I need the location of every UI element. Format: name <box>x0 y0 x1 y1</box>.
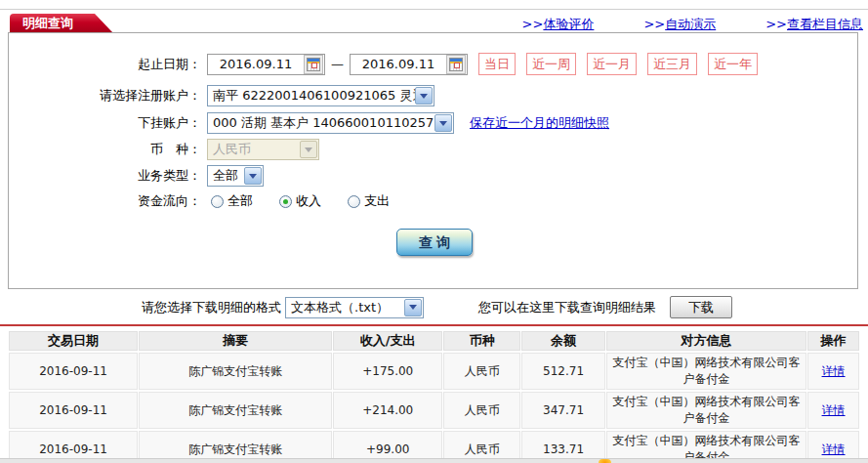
radio-unchecked-icon <box>348 195 360 208</box>
link-view-column-info[interactable]: >>查看栏目信息 <box>765 16 863 33</box>
col-header-amount: 收入/支出 <box>333 331 442 351</box>
date-range-row: 起止日期： 2016.09.11 — 2016.09.11 当日 近一周 近一月… <box>9 53 758 75</box>
currency-label: 币 种： <box>9 141 201 158</box>
col-header-action: 操作 <box>807 331 859 351</box>
col-header-summary: 摘要 <box>139 331 332 351</box>
flow-option-income[interactable]: 收入 <box>279 192 321 210</box>
calendar-icon <box>307 58 320 71</box>
register-account-row: 请选择注册账户： 南平 6222001406100921065 灵通卡 <box>9 85 434 106</box>
currency-value: 人民币 <box>208 141 300 158</box>
flow-option-label: 收入 <box>296 192 321 210</box>
save-snapshot-link[interactable]: 保存近一个月的明细快照 <box>470 114 609 132</box>
table-row: 2016-09-11 陈广锦支付宝转账 +175.00 人民币 512.71 支… <box>9 353 859 390</box>
detail-link[interactable]: 详情 <box>822 403 846 417</box>
calendar-icon <box>449 58 463 71</box>
flow-option-label: 支出 <box>364 192 390 210</box>
cell-balance: 512.71 <box>521 353 604 390</box>
top-links: >>体验评价 >>自动演示 >>查看栏目信息 <box>522 16 863 33</box>
link-label: 自动演示 <box>665 17 716 31</box>
date-range-label: 起止日期： <box>9 56 201 73</box>
register-account-label: 请选择注册账户： <box>9 87 201 105</box>
chevron-down-icon <box>244 167 262 185</box>
radio-unchecked-icon <box>211 195 224 208</box>
date-to-calendar-button[interactable] <box>446 55 466 74</box>
date-from-input[interactable]: 2016.09.11 <box>207 54 325 75</box>
link-label: 查看栏目信息 <box>787 17 863 31</box>
business-type-label: 业务类型： <box>9 167 201 185</box>
register-account-select[interactable]: 南平 6222001406100921065 灵通卡 <box>207 85 434 106</box>
download-row: 请您选择下载明细的格式 文本格式（.txt） 您可以在这里下载查询明细结果 下载 <box>142 296 732 318</box>
flow-option-expense[interactable]: 支出 <box>348 192 390 210</box>
tip-icon <box>599 459 611 463</box>
col-header-counterparty: 对方信息 <box>606 331 806 351</box>
currency-select: 人民币 <box>207 139 319 160</box>
fund-flow-row: 资金流向： 全部 收入 支出 <box>9 192 390 210</box>
detail-link[interactable]: 详情 <box>822 364 846 378</box>
cell-counterparty: 支付宝（中国）网络技术有限公司客户备付金 <box>606 392 806 429</box>
sub-account-label: 下挂账户： <box>9 114 201 132</box>
chevron-down-icon <box>434 114 452 132</box>
link-label: 体验评价 <box>543 17 594 31</box>
cell-date: 2016-09-11 <box>9 353 138 390</box>
col-header-date: 交易日期 <box>9 331 138 351</box>
cell-amount: +214.00 <box>333 392 442 429</box>
register-account-value: 南平 6222001406100921065 灵通卡 <box>208 87 415 105</box>
cell-summary: 陈广锦支付宝转账 <box>139 353 332 390</box>
fund-flow-label: 资金流向： <box>9 192 201 210</box>
date-from-value: 2016.09.11 <box>208 57 304 71</box>
link-prefix: >> <box>522 17 544 31</box>
link-auto-demo[interactable]: >>自动演示 <box>643 16 716 33</box>
download-format-label: 请您选择下载明细的格式 <box>142 299 281 316</box>
sub-account-value: 000 活期 基本户 1406600101102571848 <box>208 114 434 132</box>
cell-balance: 347.71 <box>521 392 604 429</box>
top-divider <box>0 9 868 10</box>
quick-range-3months-button[interactable]: 近三月 <box>647 53 697 75</box>
col-header-balance: 余额 <box>521 331 604 351</box>
date-from-calendar-button[interactable] <box>304 55 323 74</box>
link-prefix: >> <box>643 17 665 31</box>
business-type-select[interactable]: 全部 <box>207 165 264 187</box>
detail-query-page: 明细查询 >>体验评价 >>自动演示 >>查看栏目信息 起止日期： 2016.0… <box>0 0 868 463</box>
quick-range-today-button[interactable]: 当日 <box>478 53 516 75</box>
query-form-panel: 起止日期： 2016.09.11 — 2016.09.11 当日 近一周 近一月… <box>8 32 858 289</box>
sub-account-row: 下挂账户： 000 活期 基本户 1406600101102571848 保存近… <box>9 112 609 134</box>
cell-currency: 人民币 <box>443 353 520 390</box>
download-button[interactable]: 下载 <box>670 296 732 318</box>
cell-counterparty: 支付宝（中国）网络技术有限公司客户备付金 <box>606 353 806 390</box>
section-divider <box>0 324 868 326</box>
table-row: 2016-09-11 陈广锦支付宝转账 +214.00 人民币 347.71 支… <box>9 392 859 429</box>
business-type-row: 业务类型： 全部 <box>9 165 264 187</box>
bottom-section-edge <box>0 458 868 463</box>
quick-range-year-button[interactable]: 近一年 <box>708 53 758 75</box>
date-separator: — <box>331 57 344 71</box>
cell-amount: +175.00 <box>333 353 442 390</box>
date-to-value: 2016.09.11 <box>351 57 446 71</box>
chevron-down-icon <box>415 87 433 105</box>
cell-summary: 陈广锦支付宝转账 <box>139 392 332 429</box>
fund-flow-radio-group: 全部 收入 支出 <box>211 192 390 210</box>
flow-option-label: 全部 <box>227 192 253 210</box>
link-experience-rating[interactable]: >>体验评价 <box>522 16 595 33</box>
col-header-currency: 币种 <box>443 331 520 351</box>
currency-row: 币 种： 人民币 <box>9 139 319 160</box>
page-title-tab: 明细查询 <box>10 14 113 33</box>
quick-range-month-button[interactable]: 近一月 <box>587 53 637 75</box>
detail-link[interactable]: 详情 <box>822 442 846 456</box>
business-type-value: 全部 <box>208 167 244 185</box>
transactions-table: 交易日期 摘要 收入/支出 币种 余额 对方信息 操作 2016-09-11 陈… <box>8 329 860 463</box>
quick-range-week-button[interactable]: 近一周 <box>526 53 576 75</box>
cell-date: 2016-09-11 <box>9 392 138 429</box>
query-button[interactable]: 查 询 <box>396 229 473 256</box>
radio-checked-icon <box>279 195 292 208</box>
date-to-input[interactable]: 2016.09.11 <box>350 54 468 75</box>
table-header-row: 交易日期 摘要 收入/支出 币种 余额 对方信息 操作 <box>9 331 859 351</box>
link-prefix: >> <box>765 17 787 31</box>
download-format-select[interactable]: 文本格式（.txt） <box>285 297 424 318</box>
chevron-down-icon <box>404 299 422 316</box>
download-hint: 您可以在这里下载查询明细结果 <box>478 299 656 316</box>
flow-option-all[interactable]: 全部 <box>211 192 253 210</box>
download-format-value: 文本格式（.txt） <box>286 299 404 316</box>
cell-currency: 人民币 <box>443 392 520 429</box>
chevron-down-icon <box>300 141 317 158</box>
sub-account-select[interactable]: 000 活期 基本户 1406600101102571848 <box>207 112 454 134</box>
